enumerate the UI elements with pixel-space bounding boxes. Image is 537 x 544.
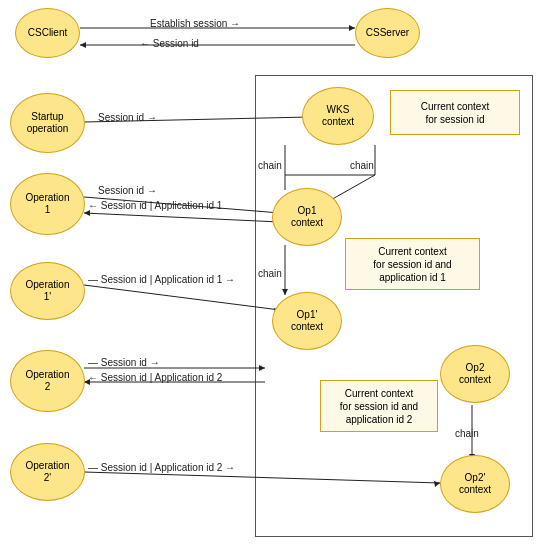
op2-context-label: Op2context xyxy=(459,362,491,386)
current-context-wks-label: Current contextfor session id xyxy=(421,100,489,126)
diagram: Establish session → ← Session id Session… xyxy=(0,0,537,544)
op1-session-id-label: Session id → xyxy=(98,185,157,196)
chain-label-left: chain xyxy=(258,160,282,171)
startup-operation-label: Startupoperation xyxy=(27,111,69,135)
current-context-op2-rect: Current contextfor session id andapplica… xyxy=(320,380,438,432)
operation1-label: Operation1 xyxy=(26,192,70,216)
op2prime-context-label: Op2'context xyxy=(459,472,491,496)
wks-context-label: WKScontext xyxy=(322,104,354,128)
chain-label-op2-op2prime: chain xyxy=(455,428,479,439)
chain-label-right: chain xyxy=(350,160,374,171)
current-context-wks-rect: Current contextfor session id xyxy=(390,90,520,135)
op1prime-label: — Session id | Application id 1 → xyxy=(88,274,235,285)
op2prime-label: — Session id | Application id 2 → xyxy=(88,462,235,473)
op1prime-context-circle: Op1'context xyxy=(272,292,342,350)
csserver-label: CSServer xyxy=(366,27,409,39)
op1-context-circle: Op1context xyxy=(272,188,342,246)
chain-label-op1-op1prime: chain xyxy=(258,268,282,279)
current-context-op2-label: Current contextfor session id andapplica… xyxy=(340,387,418,426)
svg-marker-1 xyxy=(349,25,355,31)
csclient-label: CSClient xyxy=(28,27,67,39)
current-context-op1-label: Current contextfor session id andapplica… xyxy=(373,245,451,284)
current-context-op1-rect: Current contextfor session id andapplica… xyxy=(345,238,480,290)
establish-session-label: Establish session → xyxy=(150,18,240,29)
operation1-circle: Operation1 xyxy=(10,173,85,235)
svg-marker-3 xyxy=(80,42,86,48)
op2prime-context-circle: Op2'context xyxy=(440,455,510,513)
operation2-label: Operation2 xyxy=(26,369,70,393)
operation2prime-label: Operation2' xyxy=(26,460,70,484)
operation2-circle: Operation2 xyxy=(10,350,85,412)
operation1prime-circle: Operation1' xyxy=(10,262,85,320)
csclient-circle: CSClient xyxy=(15,8,80,58)
session-id-back-label: ← Session id xyxy=(140,38,199,49)
op2-context-circle: Op2context xyxy=(440,345,510,403)
svg-line-8 xyxy=(84,213,280,222)
operation1prime-label: Operation1' xyxy=(26,279,70,303)
op2-session-label: — Session id → xyxy=(88,357,160,368)
op2-app-label: ← Session id | Application id 2 xyxy=(88,372,222,383)
startup-session-id-label: Session id → xyxy=(98,112,157,123)
operation2prime-circle: Operation2' xyxy=(10,443,85,501)
op1-context-label: Op1context xyxy=(291,205,323,229)
op1prime-context-label: Op1'context xyxy=(291,309,323,333)
svg-line-10 xyxy=(84,285,280,310)
csserver-circle: CSServer xyxy=(355,8,420,58)
startup-operation-circle: Startupoperation xyxy=(10,93,85,153)
op1-app-id-label: ← Session id | Application id 1 xyxy=(88,200,222,211)
wks-context-circle: WKScontext xyxy=(302,87,374,145)
